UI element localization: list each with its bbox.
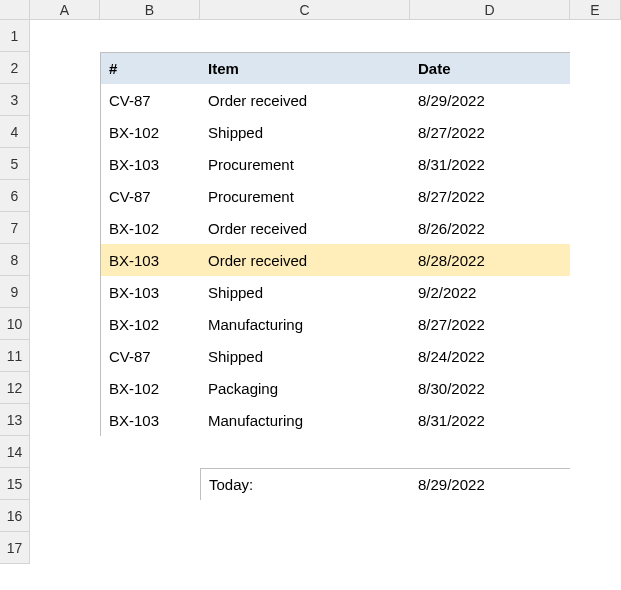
table-header-item[interactable]: Item [200, 52, 410, 84]
row-header-3[interactable]: 3 [0, 84, 30, 116]
today-label[interactable]: Today: [200, 468, 410, 500]
table-cell-date[interactable]: 8/31/2022 [410, 404, 570, 436]
cell-A12[interactable] [30, 372, 100, 404]
cell-A11[interactable] [30, 340, 100, 372]
cell-E6[interactable] [570, 180, 621, 212]
table-cell-id[interactable]: BX-103 [100, 244, 200, 276]
row-header-7[interactable]: 7 [0, 212, 30, 244]
cell-E5[interactable] [570, 148, 621, 180]
table-cell-id[interactable]: CV-87 [100, 84, 200, 116]
row-header-4[interactable]: 4 [0, 116, 30, 148]
cell-E10[interactable] [570, 308, 621, 340]
table-cell-date[interactable]: 8/27/2022 [410, 180, 570, 212]
cell-D1[interactable] [410, 20, 570, 52]
table-cell-id[interactable]: BX-102 [100, 212, 200, 244]
cell-E13[interactable] [570, 404, 621, 436]
table-cell-item[interactable]: Shipped [200, 116, 410, 148]
cell-A3[interactable] [30, 84, 100, 116]
table-header-date[interactable]: Date [410, 52, 570, 84]
row-header-12[interactable]: 12 [0, 372, 30, 404]
row-header-14[interactable]: 14 [0, 436, 30, 468]
cell-E15[interactable] [570, 468, 621, 500]
row-header-10[interactable]: 10 [0, 308, 30, 340]
table-cell-item[interactable]: Shipped [200, 276, 410, 308]
cell-A7[interactable] [30, 212, 100, 244]
cell-A13[interactable] [30, 404, 100, 436]
cell-E4[interactable] [570, 116, 621, 148]
select-all-corner[interactable] [0, 0, 30, 20]
table-cell-date[interactable]: 8/26/2022 [410, 212, 570, 244]
cell-A16[interactable] [30, 500, 100, 532]
column-header-B[interactable]: B [100, 0, 200, 20]
table-cell-id[interactable]: CV-87 [100, 180, 200, 212]
table-cell-item[interactable]: Procurement [200, 148, 410, 180]
cell-C14[interactable] [200, 436, 410, 468]
table-cell-date[interactable]: 8/30/2022 [410, 372, 570, 404]
cell-B14[interactable] [100, 436, 200, 468]
cell-B17[interactable] [100, 532, 200, 564]
column-header-C[interactable]: C [200, 0, 410, 20]
column-header-D[interactable]: D [410, 0, 570, 20]
today-value[interactable]: 8/29/2022 [410, 468, 570, 500]
row-header-16[interactable]: 16 [0, 500, 30, 532]
cell-B15[interactable] [100, 468, 200, 500]
table-cell-date[interactable]: 9/2/2022 [410, 276, 570, 308]
cell-A17[interactable] [30, 532, 100, 564]
table-cell-item[interactable]: Procurement [200, 180, 410, 212]
row-header-8[interactable]: 8 [0, 244, 30, 276]
cell-D14[interactable] [410, 436, 570, 468]
cell-A2[interactable] [30, 52, 100, 84]
cell-A15[interactable] [30, 468, 100, 500]
cell-A8[interactable] [30, 244, 100, 276]
cell-B1[interactable] [100, 20, 200, 52]
row-header-15[interactable]: 15 [0, 468, 30, 500]
table-cell-date[interactable]: 8/24/2022 [410, 340, 570, 372]
table-header-id[interactable]: # [100, 52, 200, 84]
cell-E11[interactable] [570, 340, 621, 372]
table-cell-item[interactable]: Order received [200, 244, 410, 276]
cell-E12[interactable] [570, 372, 621, 404]
table-cell-date[interactable]: 8/27/2022 [410, 116, 570, 148]
cell-C1[interactable] [200, 20, 410, 52]
cell-E3[interactable] [570, 84, 621, 116]
table-cell-id[interactable]: BX-103 [100, 148, 200, 180]
row-header-5[interactable]: 5 [0, 148, 30, 180]
cell-A10[interactable] [30, 308, 100, 340]
cell-A1[interactable] [30, 20, 100, 52]
row-header-11[interactable]: 11 [0, 340, 30, 372]
column-header-A[interactable]: A [30, 0, 100, 20]
row-header-1[interactable]: 1 [0, 20, 30, 52]
table-cell-id[interactable]: BX-102 [100, 116, 200, 148]
row-header-9[interactable]: 9 [0, 276, 30, 308]
table-cell-id[interactable]: BX-103 [100, 404, 200, 436]
table-cell-id[interactable]: BX-102 [100, 372, 200, 404]
table-cell-item[interactable]: Order received [200, 84, 410, 116]
table-cell-date[interactable]: 8/27/2022 [410, 308, 570, 340]
table-cell-item[interactable]: Shipped [200, 340, 410, 372]
cell-A5[interactable] [30, 148, 100, 180]
column-header-E[interactable]: E [570, 0, 621, 20]
cell-D16[interactable] [410, 500, 570, 532]
cell-A4[interactable] [30, 116, 100, 148]
cell-E8[interactable] [570, 244, 621, 276]
table-cell-item[interactable]: Packaging [200, 372, 410, 404]
cell-E16[interactable] [570, 500, 621, 532]
table-cell-date[interactable]: 8/31/2022 [410, 148, 570, 180]
cell-C17[interactable] [200, 532, 410, 564]
cell-A14[interactable] [30, 436, 100, 468]
table-cell-item[interactable]: Manufacturing [200, 308, 410, 340]
table-cell-date[interactable]: 8/29/2022 [410, 84, 570, 116]
row-header-6[interactable]: 6 [0, 180, 30, 212]
cell-D17[interactable] [410, 532, 570, 564]
cell-C16[interactable] [200, 500, 410, 532]
cell-E2[interactable] [570, 52, 621, 84]
cell-E9[interactable] [570, 276, 621, 308]
row-header-13[interactable]: 13 [0, 404, 30, 436]
cell-A9[interactable] [30, 276, 100, 308]
table-cell-id[interactable]: BX-103 [100, 276, 200, 308]
row-header-17[interactable]: 17 [0, 532, 30, 564]
cell-E7[interactable] [570, 212, 621, 244]
row-header-2[interactable]: 2 [0, 52, 30, 84]
cell-E17[interactable] [570, 532, 621, 564]
table-cell-item[interactable]: Manufacturing [200, 404, 410, 436]
